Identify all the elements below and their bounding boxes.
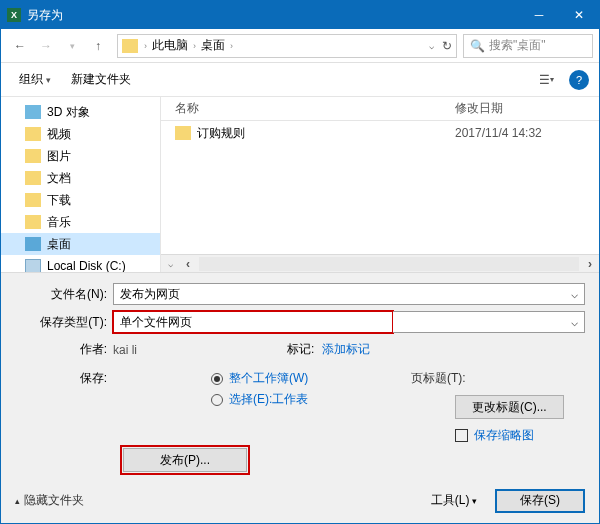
sidebar-item-videos[interactable]: 视频 — [1, 123, 160, 145]
sidebar-item-label: 3D 对象 — [47, 104, 90, 121]
folder-icon — [25, 149, 41, 163]
file-list-header: 名称 修改日期 — [161, 97, 599, 121]
organize-button[interactable]: 组织 — [11, 67, 59, 92]
address-refresh-icon[interactable]: ↻ — [442, 39, 452, 53]
save-scope-label: 保存: — [15, 370, 113, 444]
nav-sidebar: 3D 对象 视频 图片 文档 下载 音乐 桌面 Local Disk (C:) — [1, 97, 161, 272]
folder-icon — [122, 39, 138, 53]
sidebar-item-cdrive[interactable]: Local Disk (C:) — [1, 255, 160, 272]
file-date: 2017/11/4 14:32 — [451, 126, 599, 140]
minimize-button[interactable]: ─ — [519, 1, 559, 29]
tools-dropdown[interactable]: 工具(L) — [421, 488, 487, 513]
sidebar-item-label: 桌面 — [47, 236, 71, 253]
publish-button[interactable]: 发布(P)... — [123, 448, 247, 472]
sidebar-collapse-icon[interactable]: ⌵ — [161, 259, 179, 269]
dialog-footer: 隐藏文件夹 工具(L) 保存(S) — [1, 480, 599, 523]
header-name[interactable]: 名称 — [161, 100, 451, 117]
excel-app-icon: X — [7, 8, 21, 22]
checkbox-icon — [455, 429, 468, 442]
page-title-label: 页标题(T): — [411, 370, 466, 387]
back-button[interactable]: ← — [8, 34, 32, 58]
search-icon: 🔍 — [470, 39, 485, 53]
radio-label: 选择(E):工作表 — [229, 391, 308, 408]
file-browser: 3D 对象 视频 图片 文档 下载 音乐 桌面 Local Disk (C:) … — [1, 97, 599, 272]
view-mode-button[interactable]: ☰ ▾ — [533, 69, 559, 91]
recent-dropdown[interactable]: ▾ — [60, 34, 84, 58]
folder-icon — [25, 105, 41, 119]
radio-selection-sheet[interactable]: 选择(E):工作表 — [211, 391, 411, 408]
filetype-label: 保存类型(T): — [15, 314, 113, 331]
change-title-button[interactable]: 更改标题(C)... — [455, 395, 564, 419]
sidebar-item-label: 视频 — [47, 126, 71, 143]
disk-icon — [25, 259, 41, 272]
scroll-left-icon[interactable]: ‹ — [179, 257, 197, 271]
folder-icon — [25, 237, 41, 251]
filetype-select[interactable]: 单个文件网页 — [113, 311, 393, 333]
sidebar-item-label: 图片 — [47, 148, 71, 165]
chevron-right-icon: › — [191, 41, 198, 51]
filename-input[interactable]: 发布为网页 — [113, 283, 585, 305]
save-button[interactable]: 保存(S) — [495, 489, 585, 513]
chevron-right-icon: › — [142, 41, 149, 51]
sidebar-item-label: 文档 — [47, 170, 71, 187]
breadcrumb-pc[interactable]: 此电脑 — [149, 37, 191, 54]
breadcrumb-desktop[interactable]: 桌面 — [198, 37, 228, 54]
scroll-right-icon[interactable]: › — [581, 257, 599, 271]
header-date[interactable]: 修改日期 — [451, 100, 599, 117]
sidebar-item-desktop[interactable]: 桌面 — [1, 233, 160, 255]
save-options-panel: 文件名(N): 发布为网页 保存类型(T): 单个文件网页 ⌵ 作者: kai … — [1, 272, 599, 480]
file-list-pane: 名称 修改日期 订购规则 2017/11/4 14:32 ⌵ ‹ › — [161, 97, 599, 272]
sidebar-item-documents[interactable]: 文档 — [1, 167, 160, 189]
address-dropdown-icon[interactable]: ⌵ — [429, 41, 434, 51]
folder-icon — [25, 171, 41, 185]
help-button[interactable]: ? — [569, 70, 589, 90]
horizontal-scrollbar[interactable]: ⌵ ‹ › — [161, 254, 599, 272]
tags-value[interactable]: 添加标记 — [322, 341, 370, 358]
folder-icon — [175, 126, 191, 140]
titlebar: X 另存为 ─ ✕ — [1, 1, 599, 29]
up-button[interactable]: ↑ — [86, 34, 110, 58]
radio-dot-icon — [211, 394, 223, 406]
close-button[interactable]: ✕ — [559, 1, 599, 29]
nav-toolbar: ← → ▾ ↑ › 此电脑 › 桌面 › ⌵ ↻ 🔍 搜索"桌面" — [1, 29, 599, 63]
hide-folders-toggle[interactable]: 隐藏文件夹 — [15, 492, 84, 509]
save-thumbnail-checkbox[interactable]: 保存缩略图 — [455, 427, 585, 444]
radio-dot-icon — [211, 373, 223, 385]
checkbox-label: 保存缩略图 — [474, 427, 534, 444]
filename-label: 文件名(N): — [15, 286, 113, 303]
scroll-track[interactable] — [199, 257, 579, 271]
sidebar-item-pictures[interactable]: 图片 — [1, 145, 160, 167]
folder-icon — [25, 215, 41, 229]
search-placeholder: 搜索"桌面" — [489, 37, 546, 54]
window-title: 另存为 — [27, 7, 519, 24]
forward-button[interactable]: → — [34, 34, 58, 58]
radio-label: 整个工作簿(W) — [229, 370, 308, 387]
folder-icon — [25, 127, 41, 141]
tags-label: 标记: — [287, 341, 322, 358]
folder-icon — [25, 193, 41, 207]
chevron-right-icon: › — [228, 41, 235, 51]
radio-entire-workbook[interactable]: 整个工作簿(W) — [211, 370, 411, 387]
file-row[interactable]: 订购规则 2017/11/4 14:32 — [161, 121, 599, 145]
sidebar-item-music[interactable]: 音乐 — [1, 211, 160, 233]
author-value[interactable]: kai li — [113, 343, 137, 357]
sidebar-item-3d[interactable]: 3D 对象 — [1, 101, 160, 123]
sidebar-item-label: Local Disk (C:) — [47, 259, 126, 272]
search-input[interactable]: 🔍 搜索"桌面" — [463, 34, 593, 58]
sidebar-item-label: 下载 — [47, 192, 71, 209]
file-name: 订购规则 — [197, 125, 245, 142]
save-as-dialog: X 另存为 ─ ✕ ← → ▾ ↑ › 此电脑 › 桌面 › ⌵ ↻ 🔍 搜索"… — [0, 0, 600, 524]
address-bar[interactable]: › 此电脑 › 桌面 › ⌵ ↻ — [117, 34, 457, 58]
command-toolbar: 组织 新建文件夹 ☰ ▾ ? — [1, 63, 599, 97]
sidebar-item-label: 音乐 — [47, 214, 71, 231]
sidebar-item-downloads[interactable]: 下载 — [1, 189, 160, 211]
new-folder-button[interactable]: 新建文件夹 — [63, 67, 139, 92]
filetype-select-ext[interactable]: ⌵ — [393, 311, 585, 333]
author-label: 作者: — [15, 341, 113, 358]
